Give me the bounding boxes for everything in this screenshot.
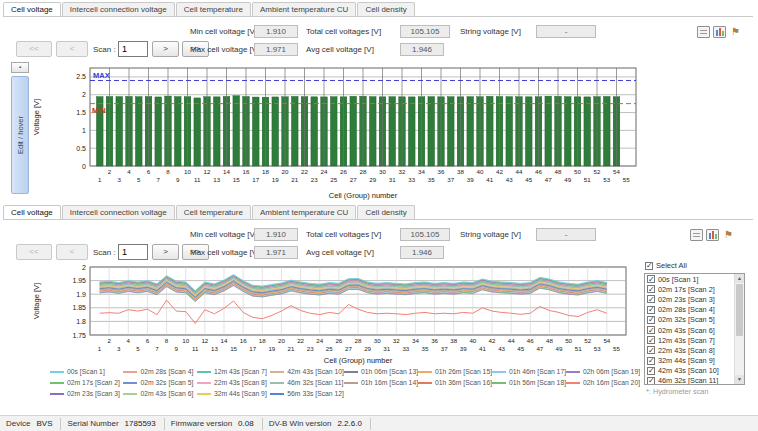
svg-text:46: 46: [535, 168, 542, 175]
legend-label: 02h 06m [Scan 19]: [583, 368, 640, 375]
svg-text:1: 1: [98, 345, 102, 352]
tab-cell-density[interactable]: Cell density: [357, 205, 414, 219]
scan-list-item[interactable]: 46m 32s [Scan 11]: [645, 376, 744, 385]
tab-intercell-connection-voltage[interactable]: Intercell connection voltage: [62, 2, 175, 16]
scan-list-item[interactable]: 42m 43s [Scan 10]: [645, 366, 744, 376]
tab-intercell-connection-voltage[interactable]: Intercell connection voltage: [62, 205, 175, 219]
scan-number-input[interactable]: [118, 244, 148, 260]
tab-cell-temperature[interactable]: Cell temperature: [176, 205, 251, 219]
scan-list-item[interactable]: 02m 23s [Scan 3]: [645, 294, 744, 304]
tab-cell-voltage[interactable]: Cell voltage: [3, 2, 61, 16]
svg-text:11: 11: [192, 345, 199, 352]
legend-item: 02m 32s [Scan 5]: [123, 377, 196, 388]
tab-ambient-temperature-cu[interactable]: Ambient temperature CU: [252, 205, 356, 219]
svg-text:30: 30: [379, 168, 386, 175]
svg-text:39: 39: [467, 176, 474, 183]
status-label: Device: [6, 419, 30, 428]
legend-line-swatch: [123, 393, 137, 395]
legend-item: 02h 16m [Scan 20]: [566, 377, 640, 388]
scan-list-item[interactable]: 32m 44s [Scan 9]: [645, 356, 744, 366]
tab-cell-temperature[interactable]: Cell temperature: [176, 2, 251, 16]
tab-cell-voltage[interactable]: Cell voltage: [3, 205, 61, 219]
svg-text:40: 40: [477, 168, 484, 175]
checkbox-icon: [647, 285, 655, 293]
scan-list[interactable]: 00s [Scan 1]02m 17s [Scan 2]02m 23s [Sca…: [644, 273, 745, 385]
svg-text:41: 41: [479, 345, 486, 352]
previous-scan-button[interactable]: <: [56, 244, 88, 260]
string-voltage-value: -: [536, 228, 596, 241]
legend-label: 22m 43s [Scan 8]: [214, 379, 267, 386]
collapse-panel-button[interactable]: ▪: [11, 62, 29, 73]
cell-voltage-bar-chart: 00.511.522.51234567891011121314151617181…: [30, 60, 648, 200]
flag-icon[interactable]: ⚑: [722, 229, 735, 241]
first-scan-button[interactable]: <<: [16, 41, 52, 57]
checkbox-icon: [647, 326, 655, 334]
svg-text:14: 14: [223, 168, 230, 175]
chart-view-icon[interactable]: [713, 26, 726, 38]
next-scan-button[interactable]: >: [152, 244, 179, 260]
scan-list-item[interactable]: 12m 43s [Scan 7]: [645, 335, 744, 345]
scan-list-item[interactable]: 02m 17s [Scan 2]: [645, 284, 744, 294]
first-scan-button[interactable]: <<: [16, 244, 52, 260]
scroll-up-icon[interactable]: ▲: [735, 274, 744, 283]
scan-list-item[interactable]: 02m 28s [Scan 4]: [645, 305, 744, 315]
scan-item-label: 02m 23s [Scan 3]: [658, 295, 715, 304]
legend-line-swatch: [197, 371, 211, 373]
svg-text:12: 12: [204, 168, 211, 175]
svg-text:26: 26: [340, 168, 347, 175]
checkbox-icon: [645, 262, 653, 270]
svg-text:27: 27: [345, 345, 352, 352]
legend-label: 01h 46m [Scan 17]: [509, 368, 566, 375]
svg-text:50: 50: [565, 337, 572, 344]
svg-text:49: 49: [556, 345, 563, 352]
legend-line-swatch: [123, 371, 137, 373]
svg-text:37: 37: [447, 176, 454, 183]
scan-item-label: 02m 32s [Scan 5]: [658, 315, 715, 324]
scan-list-item[interactable]: 02m 43s [Scan 6]: [645, 325, 744, 335]
scroll-down-icon[interactable]: ▼: [735, 375, 744, 384]
svg-text:25: 25: [330, 176, 337, 183]
table-view-icon[interactable]: [690, 229, 703, 241]
scan-number-input[interactable]: [118, 41, 148, 57]
tab-cell-density[interactable]: Cell density: [357, 2, 414, 16]
legend-label: 32m 44s [Scan 9]: [214, 390, 267, 397]
previous-scan-button[interactable]: <: [56, 41, 88, 57]
select-all-checkbox[interactable]: Select All: [645, 261, 687, 270]
svg-text:16: 16: [240, 337, 247, 344]
next-scan-button[interactable]: >: [152, 41, 179, 57]
svg-text:39: 39: [460, 345, 467, 352]
status-label: DV-B Win version: [269, 419, 332, 428]
svg-text:6: 6: [146, 337, 150, 344]
scan-item-label: 46m 32s [Scan 11]: [658, 376, 718, 385]
legend-label: 02m 23s [Scan 3]: [67, 390, 120, 397]
svg-text:42: 42: [496, 168, 503, 175]
scan-list-scrollbar[interactable]: ▲ ▼: [734, 274, 744, 384]
svg-text:18: 18: [262, 168, 269, 175]
svg-text:44: 44: [516, 168, 523, 175]
string-voltage-label: String voltage [V]: [460, 230, 521, 239]
scan-list-item[interactable]: 02m 32s [Scan 5]: [645, 315, 744, 325]
legend-item: 22m 43s [Scan 8]: [197, 377, 270, 388]
tab-ambient-temperature-cu[interactable]: Ambient temperature CU: [252, 2, 356, 16]
legend-item: 00s [Scan 1]: [50, 366, 123, 377]
checkbox-icon: [647, 336, 655, 344]
flag-icon[interactable]: ⚑: [729, 26, 742, 38]
status-segment-serial-number: Serial Number1785593: [61, 418, 164, 430]
total-cell-voltages-value: 105.105: [400, 228, 450, 241]
svg-text:15: 15: [230, 345, 237, 352]
legend-item: 02m 28s [Scan 4]: [123, 366, 196, 377]
table-view-icon[interactable]: [697, 26, 710, 38]
edit-hover-button[interactable]: Edit / hover: [11, 76, 29, 194]
scan-list-item[interactable]: 00s [Scan 1]: [645, 274, 744, 284]
status-segment-dv-b-win-version: DV-B Win version2.2.6.0: [263, 418, 371, 430]
svg-text:32: 32: [393, 337, 400, 344]
scrollbar-thumb[interactable]: [736, 284, 743, 336]
svg-text:MAX: MAX: [93, 71, 110, 80]
svg-text:24: 24: [316, 337, 323, 344]
string-voltage-value: -: [536, 25, 596, 38]
chart-view-icon[interactable]: [706, 229, 719, 241]
svg-text:40: 40: [469, 337, 476, 344]
status-bar: DeviceBVSSerial Number1785593Firmware ve…: [0, 415, 758, 431]
scan-list-item[interactable]: 22m 43s [Scan 8]: [645, 345, 744, 355]
checkbox-icon: [647, 377, 655, 385]
